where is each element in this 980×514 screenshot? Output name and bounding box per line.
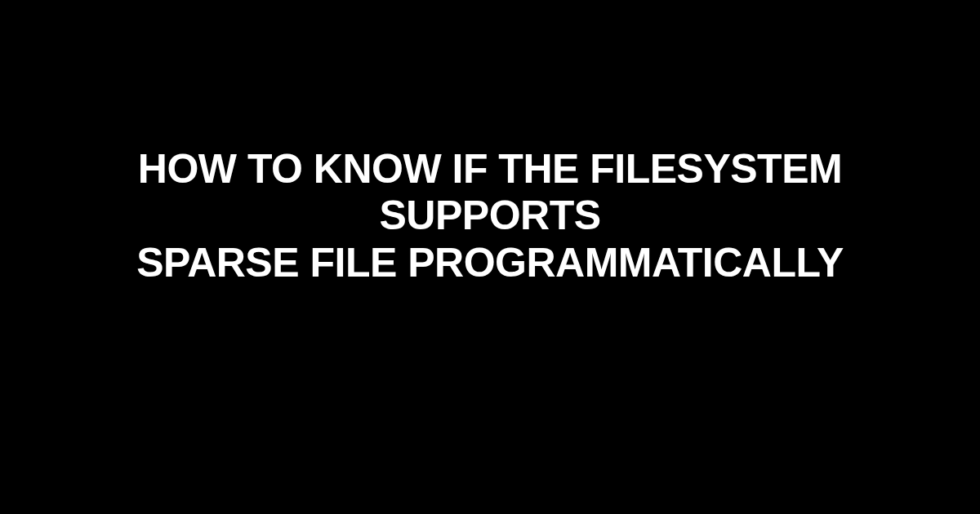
title-line-1: How to know if the filesystem supports: [138, 146, 842, 239]
title-line-2: sparse file programmatically: [136, 240, 844, 286]
document-title: How to know if the filesystem supports s…: [33, 146, 947, 287]
title-container: How to know if the filesystem supports s…: [0, 146, 980, 287]
